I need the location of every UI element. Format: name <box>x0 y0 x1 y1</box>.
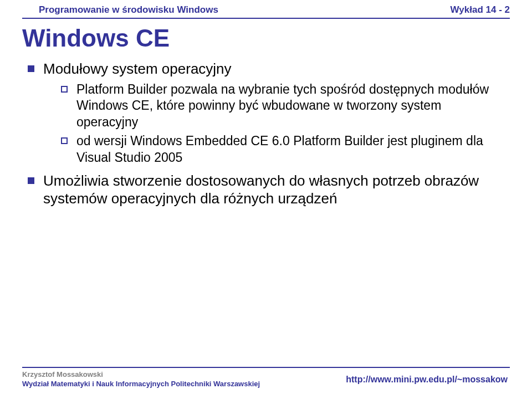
sub-bullet-list: Platform Builder pozwala na wybranie tyc… <box>61 81 504 166</box>
slide-body: Modułowy system operacyjny Platform Buil… <box>28 60 504 211</box>
header-lecture-number: Wykład 14 - 2 <box>451 4 510 16</box>
header-divider <box>22 18 510 19</box>
filled-square-bullet-icon <box>28 177 34 184</box>
sub-bullet-text: Platform Builder pozwala na wybranie tyc… <box>76 81 504 131</box>
footer-author: Krzysztof Mossakowski <box>22 370 260 380</box>
bullet-item: Modułowy system operacyjny <box>28 60 504 78</box>
sub-bullet-item: Platform Builder pozwala na wybranie tyc… <box>61 81 504 131</box>
open-square-bullet-icon <box>61 137 68 144</box>
open-square-bullet-icon <box>61 86 68 93</box>
header-subject: Programowanie w środowisku Windows <box>39 4 218 16</box>
footer-url: http://www.mini.pw.edu.pl/~mossakow <box>346 375 508 385</box>
slide-title: Windows CE <box>22 24 170 52</box>
bullet-text: Modułowy system operacyjny <box>43 60 232 78</box>
slide-footer: Krzysztof Mossakowski Wydział Matematyki… <box>22 367 510 395</box>
sub-bullet-item: od wersji Windows Embedded CE 6.0 Platfo… <box>61 133 504 166</box>
footer-author-block: Krzysztof Mossakowski Wydział Matematyki… <box>22 370 260 389</box>
footer-department: Wydział Matematyki i Nauk Informacyjnych… <box>22 380 260 389</box>
footer-divider <box>22 367 510 368</box>
sub-bullet-text: od wersji Windows Embedded CE 6.0 Platfo… <box>76 133 504 166</box>
bullet-item: Umożliwia stworzenie dostosowanych do wł… <box>28 172 504 208</box>
bullet-text: Umożliwia stworzenie dostosowanych do wł… <box>43 172 504 208</box>
filled-square-bullet-icon <box>28 65 34 72</box>
slide-header: Programowanie w środowisku Windows Wykła… <box>39 4 510 16</box>
